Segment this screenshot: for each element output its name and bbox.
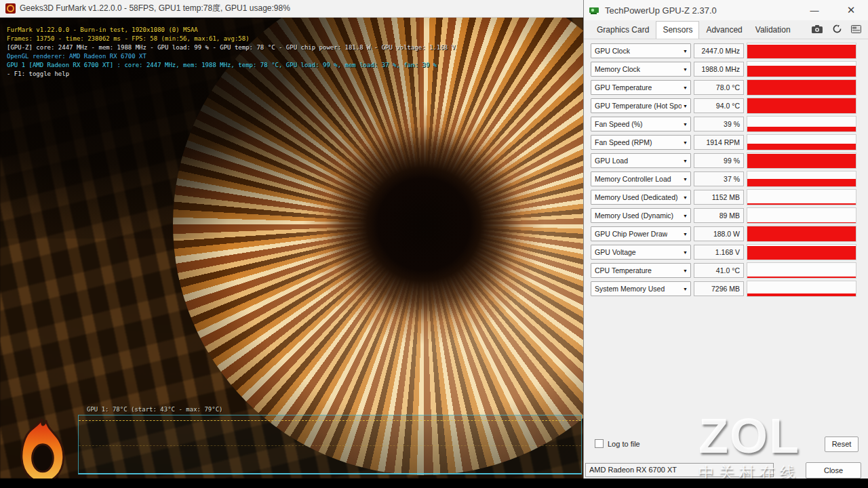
sensor-select-gpu-clock[interactable]: GPU Clock▼ (591, 43, 691, 58)
sensor-label: Fan Speed (RPM) (595, 138, 652, 146)
chevron-down-icon: ▼ (683, 67, 688, 72)
sensor-row: GPU Clock▼ 2447.0 MHz (584, 42, 868, 60)
gpuz-app-icon (589, 6, 601, 15)
chevron-down-icon: ▼ (683, 232, 688, 237)
gpuz-bottom-bar: Log to file Reset AMD Radeon RX 6700 XT … (584, 434, 868, 481)
osd-line: FurMark v1.22.0.0 - Burn-in test, 1920x1… (7, 26, 576, 35)
sensor-row: CPU Temperature▼ 41.0 °C (584, 262, 868, 280)
sensor-graph (747, 171, 856, 187)
sensor-select-hot-spot[interactable]: GPU Temperature (Hot Spot)▼ (591, 98, 691, 113)
osd-line: - F1: toggle help (7, 70, 576, 79)
sensor-select-chip-power-draw[interactable]: GPU Chip Power Draw▼ (591, 226, 691, 241)
temperature-graph (78, 415, 582, 474)
sensor-graph (747, 116, 856, 132)
sensor-select-gpu-load[interactable]: GPU Load▼ (591, 153, 691, 168)
furmark-window-title: Geeks3D FurMark v1.22.0.0 - 58FPS, GPU1 … (20, 3, 290, 14)
sensor-label: Memory Clock (595, 65, 640, 73)
chevron-down-icon: ▼ (683, 49, 688, 54)
minimize-icon[interactable]: — (803, 0, 826, 20)
sensor-value: 99 % (694, 153, 744, 168)
sensor-row: Memory Used (Dynamic)▼ 89 MB (584, 207, 868, 225)
chevron-down-icon: ▼ (683, 122, 688, 127)
sensor-graph (747, 262, 856, 279)
sensor-label: System Memory Used (595, 285, 665, 293)
tab-graphics-card[interactable]: Graphics Card (591, 22, 655, 39)
chevron-down-icon: ▼ (683, 268, 688, 273)
sensor-label: GPU Temperature (Hot Spot) (595, 102, 682, 110)
tab-validation[interactable]: Validation (749, 22, 797, 39)
sensor-value: 7296 MB (694, 281, 744, 296)
sensor-label: Memory Used (Dynamic) (595, 211, 673, 220)
chevron-down-icon: ▼ (683, 104, 688, 108)
sensor-row: GPU Temperature (Hot Spot)▼ 94.0 °C (584, 97, 868, 115)
furmark-osd: FurMark v1.22.0.0 - Burn-in test, 1920x1… (7, 26, 576, 79)
sensor-value: 1914 RPM (694, 135, 744, 150)
card-info-icon[interactable] (851, 25, 861, 33)
sensor-row: Fan Speed (RPM)▼ 1914 RPM (584, 134, 868, 152)
sensor-select-cpu-temperature[interactable]: CPU Temperature▼ (591, 263, 691, 278)
sensor-graph (747, 207, 856, 224)
log-to-file-row[interactable]: Log to file (595, 439, 640, 448)
screen-bottom-bar (0, 479, 868, 488)
gpuz-titlebar[interactable]: TechPowerUp GPU-Z 2.37.0 — ✕ (584, 0, 868, 20)
sensor-label: Fan Speed (%) (595, 120, 643, 128)
sensor-value: 1.168 V (694, 245, 744, 260)
sensor-graph (747, 152, 856, 169)
sensor-value: 89 MB (694, 208, 744, 223)
sensor-row: Memory Clock▼ 1988.0 MHz (584, 60, 868, 79)
reset-button[interactable]: Reset (825, 436, 859, 452)
chevron-down-icon: ▼ (683, 159, 688, 163)
tab-sensors[interactable]: Sensors (656, 21, 699, 39)
close-button[interactable]: Close (806, 462, 861, 479)
sensor-label: GPU Voltage (595, 248, 636, 256)
sensor-select-fan-speed-pct[interactable]: Fan Speed (%)▼ (591, 117, 691, 131)
gpuz-window: TechPowerUp GPU-Z 2.37.0 — ✕ Graphics Ca… (583, 0, 868, 481)
chevron-down-icon: ▼ (683, 195, 688, 200)
tab-advanced[interactable]: Advanced (700, 22, 748, 39)
furmark-titlebar[interactable]: Geeks3D FurMark v1.22.0.0 - 58FPS, GPU1 … (0, 0, 583, 18)
sensor-select-mem-used-dynamic[interactable]: Memory Used (Dynamic)▼ (591, 208, 691, 223)
camera-icon[interactable] (812, 25, 823, 33)
graph-gridline (79, 445, 581, 446)
osd-line: OpenGL renderer: AMD Radeon RX 6700 XT (7, 52, 576, 61)
sensor-graph (747, 61, 856, 77)
sensor-select-system-memory-used[interactable]: System Memory Used▼ (591, 281, 691, 296)
sensor-select-memory-clock[interactable]: Memory Clock▼ (591, 62, 691, 77)
sensor-value: 188.0 W (694, 226, 744, 241)
sensor-graph (747, 281, 856, 297)
log-to-file-label: Log to file (608, 440, 640, 448)
gpuz-window-title: TechPowerUp GPU-Z 2.37.0 (605, 5, 717, 16)
sensor-value: 2447.0 MHz (694, 43, 744, 58)
sensor-graph (747, 43, 856, 59)
sensor-label: GPU Chip Power Draw (595, 230, 667, 238)
sensor-label: GPU Temperature (595, 83, 652, 92)
sensor-label: CPU Temperature (595, 266, 652, 274)
close-icon[interactable]: ✕ (840, 0, 863, 20)
osd-line: [GPU-Z] core: 2447 MHz - mem: 1988 MHz -… (7, 43, 576, 52)
sensor-row: Fan Speed (%)▼ 39 % (584, 115, 868, 134)
sensor-select-mem-controller-load[interactable]: Memory Controller Load▼ (591, 171, 691, 186)
log-to-file-checkbox[interactable] (595, 439, 604, 448)
sensor-select-mem-used-dedicated[interactable]: Memory Used (Dedicated)▼ (591, 190, 691, 205)
sensor-select-gpu-temperature[interactable]: GPU Temperature▼ (591, 80, 691, 95)
sensor-row: System Memory Used▼ 7296 MB (584, 280, 868, 298)
sensor-label: Memory Controller Load (595, 175, 671, 183)
sensor-graph (747, 226, 856, 242)
sensor-graph (747, 244, 856, 260)
refresh-icon[interactable] (833, 24, 842, 33)
card-selector[interactable]: AMD Radeon RX 6700 XT (585, 463, 774, 477)
sensor-select-gpu-voltage[interactable]: GPU Voltage▼ (591, 245, 691, 260)
sensor-graph (747, 98, 856, 114)
chevron-down-icon: ▼ (683, 140, 688, 145)
sensor-value: 41.0 °C (694, 263, 744, 278)
chevron-down-icon: ▼ (683, 214, 688, 218)
sensor-row: GPU Chip Power Draw▼ 188.0 W (584, 225, 868, 243)
chevron-down-icon: ▼ (683, 250, 688, 255)
sensor-select-fan-speed-rpm[interactable]: Fan Speed (RPM)▼ (591, 135, 691, 150)
chevron-down-icon: ▼ (683, 287, 688, 291)
furmark-app-icon (5, 3, 16, 14)
sensor-row: Memory Used (Dedicated)▼ 1152 MB (584, 188, 868, 207)
sensor-value: 78.0 °C (694, 80, 744, 95)
sensor-row: GPU Load▼ 99 % (584, 152, 868, 170)
sensor-value: 37 % (694, 171, 744, 186)
